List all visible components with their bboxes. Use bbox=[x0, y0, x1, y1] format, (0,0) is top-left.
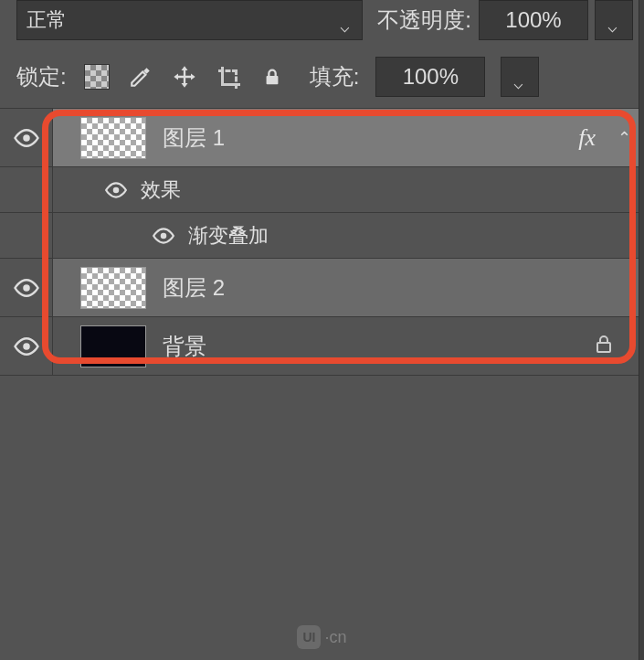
opacity-label: 不透明度: bbox=[377, 5, 471, 35]
eye-icon bbox=[13, 274, 40, 302]
opacity-dropdown-button[interactable] bbox=[595, 0, 633, 40]
lock-position-icon[interactable] bbox=[171, 63, 198, 90]
layer-thumbnail[interactable] bbox=[80, 117, 146, 159]
visibility-toggle[interactable] bbox=[0, 317, 53, 375]
lock-artboard-icon[interactable] bbox=[215, 63, 242, 90]
svg-rect-0 bbox=[266, 76, 278, 84]
opacity-input[interactable]: 100% bbox=[479, 0, 588, 40]
layer-name[interactable]: 背景 bbox=[163, 332, 576, 361]
chevron-down-icon bbox=[607, 14, 620, 27]
eye-icon[interactable] bbox=[152, 224, 175, 248]
collapse-effects-icon[interactable]: ⌃ bbox=[618, 128, 631, 148]
visibility-placeholder bbox=[0, 167, 53, 212]
lock-brush-icon[interactable] bbox=[127, 63, 154, 90]
lock-transparency-icon[interactable] bbox=[83, 63, 111, 90]
fill-label: 填充: bbox=[310, 62, 360, 91]
lock-all-icon[interactable] bbox=[259, 63, 286, 90]
layer-thumbnail[interactable] bbox=[80, 325, 146, 367]
layer-row-2[interactable]: 图层 2 bbox=[0, 259, 644, 317]
blend-mode-value: 正常 bbox=[26, 6, 67, 34]
effect-gradient-overlay-row[interactable]: 渐变叠加 bbox=[0, 213, 644, 259]
visibility-toggle[interactable] bbox=[0, 259, 53, 316]
visibility-placeholder bbox=[0, 213, 53, 258]
layer-row-background[interactable]: 背景 bbox=[0, 317, 644, 376]
blend-mode-dropdown[interactable]: 正常 bbox=[16, 0, 363, 40]
eye-icon bbox=[13, 124, 40, 152]
svg-point-5 bbox=[23, 343, 30, 350]
layer-thumbnail[interactable] bbox=[80, 267, 146, 309]
svg-point-1 bbox=[23, 134, 30, 142]
layer-name[interactable]: 图层 1 bbox=[163, 123, 562, 153]
chevron-down-icon bbox=[513, 70, 526, 83]
fx-indicator[interactable]: fx bbox=[578, 124, 596, 152]
fill-dropdown-button[interactable] bbox=[501, 57, 539, 97]
eye-icon[interactable] bbox=[104, 178, 128, 202]
watermark: UI ·cn bbox=[0, 625, 644, 649]
fill-value: 100% bbox=[403, 64, 459, 90]
watermark-badge-icon: UI bbox=[297, 625, 321, 649]
chevron-down-icon bbox=[340, 14, 353, 27]
fill-input[interactable]: 100% bbox=[375, 57, 485, 97]
opacity-value: 100% bbox=[505, 7, 561, 33]
svg-point-4 bbox=[23, 284, 30, 292]
background-lock-icon[interactable] bbox=[593, 332, 615, 361]
effects-row[interactable]: 效果 bbox=[0, 167, 644, 213]
gradient-overlay-label: 渐变叠加 bbox=[188, 222, 269, 250]
svg-rect-6 bbox=[597, 343, 610, 352]
svg-point-3 bbox=[161, 232, 167, 239]
visibility-toggle[interactable] bbox=[0, 109, 53, 166]
effects-label: 效果 bbox=[141, 176, 181, 204]
eye-icon bbox=[13, 333, 40, 360]
layer-row-1[interactable]: 图层 1 fx ⌃ bbox=[0, 109, 644, 167]
layers-panel: 图层 1 fx ⌃ 效果 渐变叠加 bbox=[0, 108, 644, 376]
layer-name[interactable]: 图层 2 bbox=[163, 273, 631, 303]
svg-point-2 bbox=[113, 186, 120, 193]
lock-label: 锁定: bbox=[16, 62, 67, 91]
panel-right-edge bbox=[639, 0, 644, 660]
watermark-text: ·cn bbox=[324, 628, 346, 647]
